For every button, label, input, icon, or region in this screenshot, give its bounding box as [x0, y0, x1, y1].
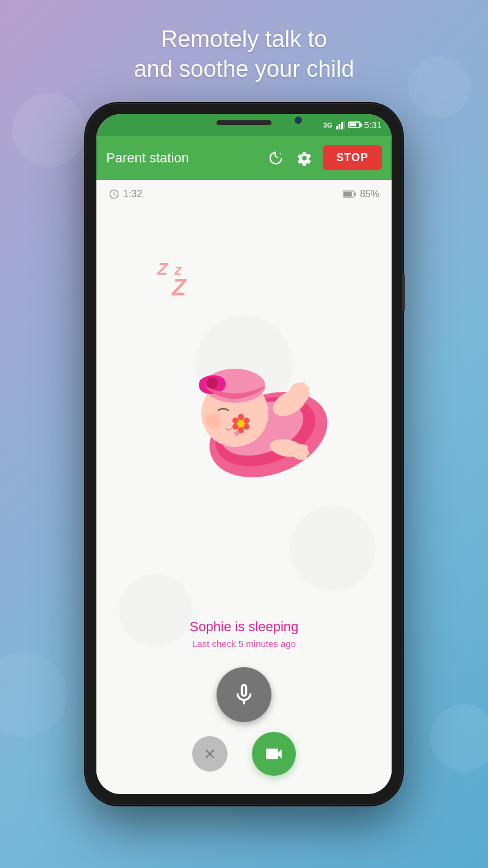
svg-point-32: [302, 395, 308, 401]
settings-button[interactable]: [293, 147, 315, 169]
last-activity-text: Last check 5 minutes ago: [190, 638, 299, 649]
baby-image: [146, 331, 342, 490]
svg-point-16: [207, 377, 218, 388]
svg-rect-3: [343, 121, 345, 129]
svg-point-4: [279, 151, 283, 155]
signal-icon: 3G: [323, 121, 332, 129]
svg-rect-2: [341, 122, 343, 129]
svg-point-17: [206, 414, 221, 429]
phone-screen: 3G 5:31 Parent station: [96, 114, 392, 794]
header-line1: Remotely talk to: [161, 26, 327, 52]
svg-point-38: [234, 431, 239, 436]
microphone-icon: [231, 682, 257, 707]
bottom-controls: [180, 661, 308, 794]
svg-point-20: [238, 414, 244, 420]
status-bar-icons: 3G 5:31: [323, 120, 382, 130]
app-title: Parent station: [106, 150, 257, 166]
baby-status-text: Sophie is sleeping: [190, 619, 299, 635]
cancel-button[interactable]: [192, 736, 228, 772]
header-section: Remotely talk to and soothe your child: [97, 0, 390, 103]
history-icon: [267, 150, 284, 167]
status-bar: 3G 5:31: [96, 114, 392, 136]
svg-point-26: [237, 420, 245, 427]
timer-display: 1:32: [109, 189, 142, 200]
status-battery-icon: [348, 121, 361, 128]
gear-icon: [296, 150, 312, 166]
app-content: 1:32 85% Z z Z: [96, 180, 392, 794]
svg-rect-6: [343, 192, 352, 197]
close-icon: [203, 747, 217, 761]
svg-point-37: [301, 454, 307, 460]
phone-frame: 3G 5:31 Parent station: [85, 103, 403, 805]
svg-rect-7: [354, 192, 356, 195]
svg-rect-0: [336, 126, 338, 129]
timer-value: 1:32: [123, 189, 142, 200]
signal-bars-icon: [336, 121, 345, 129]
battery-value: 85%: [360, 189, 379, 200]
sleep-indicator: Z z Z: [157, 257, 186, 301]
baby-illustration-area: Z z Z: [96, 208, 392, 613]
info-bar: 1:32 85%: [96, 180, 392, 208]
clock-icon: [109, 189, 120, 200]
microphone-button[interactable]: [217, 667, 271, 722]
video-call-button[interactable]: [252, 732, 296, 776]
baby-status-section: Sophie is sleeping Last check 5 minutes …: [178, 613, 311, 661]
history-button[interactable]: [264, 147, 286, 169]
z3: Z: [172, 275, 186, 301]
video-camera-icon: [264, 743, 284, 764]
battery-display: 85%: [343, 189, 379, 200]
phone-side-button: [403, 274, 405, 311]
phone-camera: [295, 117, 302, 124]
z1: Z: [157, 259, 168, 278]
header-line2: and soothe your child: [134, 56, 354, 82]
action-row: [192, 732, 296, 776]
svg-rect-1: [339, 124, 340, 129]
status-time: 5:31: [364, 120, 382, 130]
app-bar: Parent station STOP: [96, 136, 392, 180]
battery-info-icon: [343, 189, 356, 200]
stop-button[interactable]: STOP: [323, 145, 382, 170]
phone-speaker: [217, 120, 271, 125]
